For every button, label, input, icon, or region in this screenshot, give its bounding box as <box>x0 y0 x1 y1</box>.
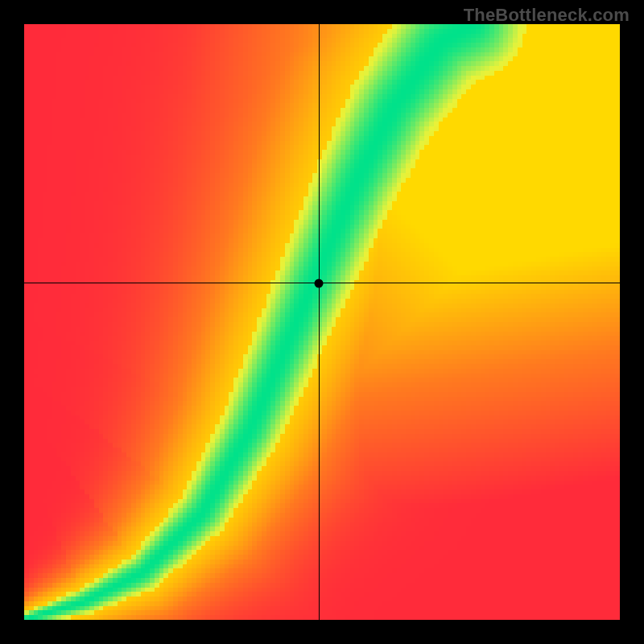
watermark-text: TheBottleneck.com <box>464 5 630 26</box>
plot-area <box>24 24 620 620</box>
heatmap-canvas <box>24 24 620 620</box>
chart-frame: TheBottleneck.com <box>0 0 644 644</box>
